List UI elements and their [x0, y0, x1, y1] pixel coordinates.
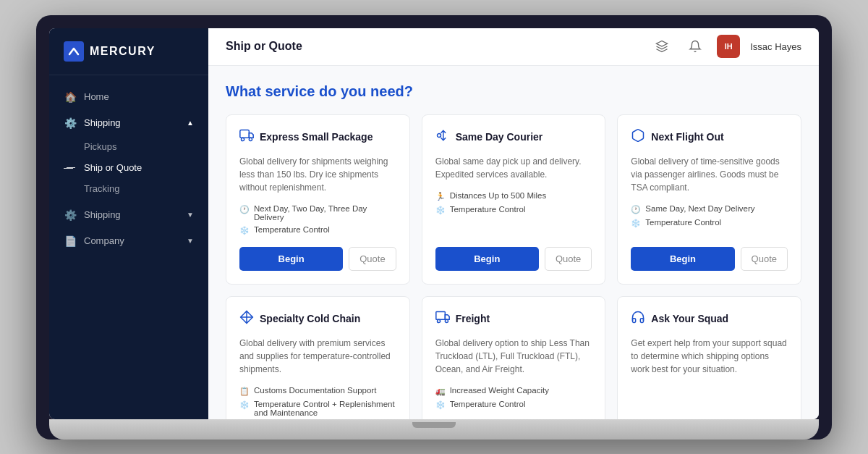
shipping-submenu: Pickups — Ship or Quote Tracking [49, 136, 208, 202]
clock-icon2: 🕐 [631, 205, 641, 214]
feature-item: 📋 Customs Documentation Support [239, 386, 396, 396]
temp-icon3: ❄️ [631, 219, 641, 228]
service-card-same-day-courier: Same Day Courier Global same day pick up… [422, 114, 606, 285]
feature-text: Customs Documentation Support [254, 386, 376, 395]
page-title: Ship or Quote [226, 40, 642, 53]
plane-icon [631, 128, 645, 146]
laptop-frame: MERCURY 🏠 Home ⚙️ Shipping ▲ Pickups [36, 15, 832, 440]
svg-point-1 [242, 138, 244, 140]
flight-title: Next Flight Out [651, 131, 723, 143]
clock-icon: 🕐 [239, 205, 250, 214]
run-icon: 🏃 [435, 192, 446, 201]
chevron-down-icon2: ▼ [187, 237, 194, 245]
service-card-specialty-cold-chain: Specialty Cold Chain Global delivery wit… [226, 296, 410, 419]
sidebar-logo: MERCURY [49, 28, 208, 75]
feature-text: Temperature Control [450, 205, 526, 214]
logo-text: MERCURY [90, 45, 156, 58]
cold-chain-desc: Global delivery with premium services an… [239, 337, 396, 376]
headset-icon [631, 310, 645, 328]
svg-rect-6 [435, 311, 445, 319]
chevron-down-icon: ▼ [187, 211, 194, 219]
feature-text: Temperature Control [645, 218, 721, 227]
same-day-actions: Begin Quote [435, 247, 592, 271]
flight-begin-button[interactable]: Begin [631, 247, 734, 271]
weight-icon: 🚛 [435, 387, 446, 396]
chevron-up-icon: ▲ [187, 119, 194, 127]
temp-icon4: ❄️ [239, 400, 250, 410]
express-icon [239, 128, 254, 146]
sidebar-item-ship-or-quote[interactable]: — Ship or Quote [49, 157, 208, 178]
topbar-icons: IH Issac Hayes [650, 35, 801, 58]
sidebar-item-home-label: Home [84, 91, 109, 102]
temp-icon: ❄️ [239, 226, 250, 235]
feature-item: ❄️ Temperature Control [435, 205, 592, 215]
feature-item: 🕐 Next Day, Two Day, Three Day Delivery [239, 204, 396, 222]
temp-icon5: ❄️ [435, 400, 446, 410]
sidebar-item-company[interactable]: 📄 Company ▼ [49, 228, 208, 254]
svg-rect-0 [240, 130, 250, 138]
same-day-title: Same Day Courier [456, 131, 543, 143]
feature-text: Temperature Control + Replenishment and … [254, 400, 396, 417]
same-day-quote-button[interactable]: Quote [545, 247, 592, 271]
svg-point-2 [249, 138, 252, 140]
express-begin-button[interactable]: Begin [239, 247, 343, 271]
feature-item: ❄️ Temperature Control + Replenishment a… [239, 400, 396, 417]
same-day-desc: Global same day pick up and delivery. Ex… [435, 155, 592, 181]
home-icon: 🏠 [64, 91, 77, 103]
customs-icon: 📋 [239, 387, 250, 396]
express-desc: Global delivery for shipments weighing l… [239, 155, 396, 194]
flight-desc: Global delivery of time-sensitive goods … [631, 155, 788, 194]
service-card-freight: Freight Global delivery option to ship L… [422, 296, 606, 419]
temp-icon2: ❄️ [435, 206, 446, 215]
same-day-features: 🏃 Distances Up to 500 Miles ❄️ Temperatu… [435, 191, 592, 215]
snowflake-icon [239, 310, 254, 328]
svg-point-3 [437, 133, 441, 137]
laptop-notch [412, 422, 456, 428]
sidebar: MERCURY 🏠 Home ⚙️ Shipping ▲ Pickups [49, 28, 208, 419]
feature-item: ❄️ Temperature Control [239, 225, 396, 235]
sidebar-item-pickups[interactable]: Pickups [49, 136, 208, 157]
squad-desc: Get expert help from your support squad … [631, 337, 788, 376]
express-features: 🕐 Next Day, Two Day, Three Day Delivery … [239, 204, 396, 235]
express-actions: Begin Quote [239, 247, 396, 271]
service-card-ask-your-squad: Ask Your Squad Get expert help from your… [617, 296, 801, 419]
express-title: Express Small Package [260, 131, 373, 143]
bell-icon-button[interactable] [684, 35, 707, 58]
feature-item: 🏃 Distances Up to 500 Miles [435, 191, 592, 201]
courier-icon [435, 128, 450, 146]
screen: MERCURY 🏠 Home ⚙️ Shipping ▲ Pickups [49, 28, 819, 419]
freight-desc: Global delivery option to ship Less Than… [435, 337, 592, 376]
service-card-next-flight-out: Next Flight Out Global delivery of time-… [617, 114, 801, 285]
feature-item: ❄️ Temperature Control [435, 400, 592, 410]
sidebar-item-tracking[interactable]: Tracking [49, 178, 208, 199]
tracking-label: Tracking [84, 183, 119, 194]
card-header-cold: Specialty Cold Chain [239, 310, 396, 328]
sidebar-item-shipping[interactable]: ⚙️ Shipping ▲ [49, 110, 208, 136]
feature-text: Same Day, Next Day Delivery [645, 204, 754, 213]
freight-icon [435, 310, 450, 328]
same-day-begin-button[interactable]: Begin [435, 247, 539, 271]
cold-chain-features: 📋 Customs Documentation Support ❄️ Tempe… [239, 386, 396, 417]
freight-title: Freight [456, 313, 490, 324]
company-icon: 📄 [64, 235, 77, 247]
feature-text: Increased Weight Capacity [450, 386, 549, 395]
svg-point-9 [445, 319, 448, 322]
cube-icon-button[interactable] [650, 35, 673, 58]
cold-chain-title: Specialty Cold Chain [260, 313, 360, 324]
feature-text: Distances Up to 500 Miles [450, 191, 547, 200]
flight-quote-button[interactable]: Quote [741, 247, 788, 271]
service-card-express-small-package: Express Small Package Global delivery fo… [226, 114, 410, 285]
user-name[interactable]: Issac Hayes [750, 41, 801, 52]
flight-features: 🕐 Same Day, Next Day Delivery ❄️ Tempera… [631, 204, 788, 228]
feature-text: Next Day, Two Day, Three Day Delivery [254, 204, 396, 222]
feature-text: Temperature Control [450, 400, 526, 408]
feature-item: 🚛 Increased Weight Capacity [435, 386, 592, 396]
sidebar-item-shipping2[interactable]: ⚙️ Shipping ▼ [49, 202, 208, 228]
sidebar-item-home[interactable]: 🏠 Home [49, 84, 208, 110]
topbar: Ship or Quote [208, 28, 819, 66]
content-heading: What service do you need? [226, 83, 801, 100]
freight-features: 🚛 Increased Weight Capacity ❄️ Temperatu… [435, 386, 592, 410]
feature-text: Temperature Control [254, 225, 330, 234]
shipping2-icon: ⚙️ [64, 209, 77, 221]
express-quote-button[interactable]: Quote [349, 247, 396, 271]
